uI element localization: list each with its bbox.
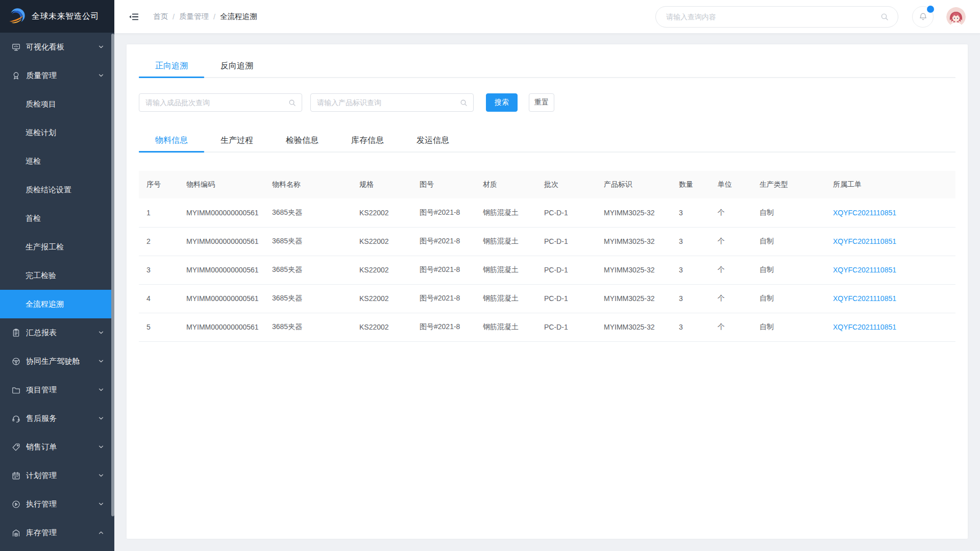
sidebar-subitem-巡检计划[interactable]: 巡检计划 (0, 118, 114, 147)
sidebar-subitem-首检[interactable]: 首检 (0, 204, 114, 233)
work-order-link[interactable]: XQYFC2021110851 (833, 323, 896, 331)
sidebar-item-计划管理[interactable]: 计划管理 (0, 461, 114, 490)
sidebar-item-售后服务[interactable]: 售后服务 (0, 404, 114, 433)
sidebar-subitem-label: 巡检 (26, 157, 41, 166)
table-cell: 3 (671, 198, 710, 227)
user-avatar[interactable] (946, 7, 966, 27)
table-cell: KS22002 (352, 284, 412, 313)
product-id-query-field (310, 93, 474, 112)
reset-button[interactable]: 重置 (529, 93, 554, 112)
sidebar-menu: 可视化看板质量管理质检项目巡检计划巡检质检结论设置首检生产报工检完工检验全流程追… (0, 33, 114, 547)
breadcrumb-link[interactable]: 质量管理 (179, 12, 209, 21)
global-search-input[interactable] (666, 13, 880, 21)
cockpit-icon (11, 357, 21, 366)
subtab-检验信息[interactable]: 检验信息 (270, 129, 335, 152)
column-header-序号: 序号 (139, 171, 179, 198)
sidebar-fold-icon[interactable] (128, 11, 139, 22)
sidebar-subitem-全流程追溯[interactable]: 全流程追溯 (0, 290, 114, 318)
work-order-link[interactable]: XQYFC2021110851 (833, 209, 896, 217)
logo-bar: 全球未来智造公司 (0, 0, 114, 33)
table-cell: 个 (710, 313, 752, 341)
table-cell: 3 (671, 284, 710, 313)
column-header-产品标识: 产品标识 (596, 171, 671, 198)
sidebar-subitem-label: 质检项目 (26, 99, 56, 109)
table-cell: 自制 (752, 313, 825, 341)
sidebar-item-汇总报表[interactable]: 汇总报表 (0, 318, 114, 347)
breadcrumb-current: 全流程追溯 (220, 12, 257, 21)
table-cell: MYIMM000000000561 (179, 313, 264, 341)
page-content: 正向追溯反向追溯 (114, 34, 980, 551)
product-id-query-input[interactable] (317, 98, 460, 107)
subtab-库存信息[interactable]: 库存信息 (335, 129, 400, 152)
table-cell: 3685夹器 (264, 256, 352, 284)
table-cell: 自制 (752, 198, 825, 227)
search-icon[interactable] (880, 13, 889, 21)
company-logo-icon (7, 7, 27, 26)
table-cell: 钢筋混凝土 (475, 256, 536, 284)
sidebar-subitem-生产报工检[interactable]: 生产报工检 (0, 233, 114, 261)
work-order-link[interactable]: XQYFC2021110851 (833, 294, 896, 303)
tab-正向追溯[interactable]: 正向追溯 (139, 55, 204, 77)
search-icon (288, 99, 296, 107)
chevron-down-icon (98, 330, 104, 336)
chevron-down-icon (98, 444, 104, 450)
cell-work-order: XQYFC2021110851 (825, 198, 955, 227)
table-cell: 图号#2021-8 (412, 198, 475, 227)
work-order-link[interactable]: XQYFC2021110851 (833, 266, 896, 274)
sidebar-subitem-质检项目[interactable]: 质检项目 (0, 90, 114, 118)
sidebar-item-质量管理[interactable]: 质量管理 (0, 61, 114, 90)
subtab-发运信息[interactable]: 发运信息 (400, 129, 465, 152)
chevron-down-icon (98, 72, 104, 79)
chevron-down-icon (98, 387, 104, 393)
sidebar-item-label: 库存管理 (26, 528, 98, 538)
column-header-物料名称: 物料名称 (264, 171, 352, 198)
subtab-物料信息[interactable]: 物料信息 (139, 129, 204, 152)
table-cell: PC-D-1 (536, 227, 596, 256)
work-order-link[interactable]: XQYFC2021110851 (833, 237, 896, 245)
subtab-生产过程[interactable]: 生产过程 (204, 129, 270, 152)
sidebar-item-项目管理[interactable]: 项目管理 (0, 375, 114, 404)
sidebar-item-销售订单[interactable]: 销售订单 (0, 433, 114, 461)
table-cell: 2 (139, 227, 179, 256)
sidebar-scrollbar[interactable] (111, 34, 114, 516)
table-cell: MYIMM000000000561 (179, 198, 264, 227)
sidebar-subitem-完工检验[interactable]: 完工检验 (0, 261, 114, 290)
column-header-数量: 数量 (671, 171, 710, 198)
sidebar-item-协同生产驾驶舱[interactable]: 协同生产驾驶舱 (0, 347, 114, 375)
table-cell: 自制 (752, 256, 825, 284)
quality-icon (11, 71, 21, 81)
info-section-tabs: 物料信息生产过程检验信息库存信息发运信息 (139, 129, 955, 153)
dashboard-icon (11, 42, 21, 52)
sidebar-subitem-巡检[interactable]: 巡检 (0, 147, 114, 176)
notification-dot (927, 6, 934, 13)
table-cell: 3 (671, 227, 710, 256)
table-cell: PC-D-1 (536, 198, 596, 227)
material-info-table: 序号物料编码物料名称规格图号材质批次产品标识数量单位生产类型所属工单 1MYIM… (139, 171, 955, 342)
table-cell: 个 (710, 256, 752, 284)
batch-query-input[interactable] (145, 98, 288, 107)
table-cell: MYIMM000000000561 (179, 227, 264, 256)
table-cell: 3685夹器 (264, 227, 352, 256)
sidebar-subitem-label: 生产报工检 (26, 242, 64, 252)
table-row: 4MYIMM0000000005613685夹器KS22002图号#2021-8… (139, 284, 955, 313)
table-cell: KS22002 (352, 227, 412, 256)
sidebar-item-可视化看板[interactable]: 可视化看板 (0, 33, 114, 61)
search-button[interactable]: 搜索 (486, 93, 518, 112)
sidebar-subitem-质检结论设置[interactable]: 质检结论设置 (0, 176, 114, 204)
global-search (655, 6, 898, 28)
sidebar-item-label: 计划管理 (26, 471, 98, 481)
report-icon (11, 328, 21, 338)
trace-card: 正向追溯反向追溯 (127, 44, 968, 539)
table-cell: MYIMM3025-32 (596, 256, 671, 284)
table-body: 1MYIMM0000000005613685夹器KS22002图号#2021-8… (139, 198, 955, 341)
table-cell: 钢筋混凝土 (475, 227, 536, 256)
sidebar-item-库存管理[interactable]: 库存管理 (0, 518, 114, 547)
sidebar-item-执行管理[interactable]: 执行管理 (0, 490, 114, 518)
table-cell: KS22002 (352, 198, 412, 227)
notification-button[interactable] (912, 6, 934, 28)
tab-反向追溯[interactable]: 反向追溯 (204, 55, 270, 77)
cell-work-order: XQYFC2021110851 (825, 227, 955, 256)
breadcrumb-link[interactable]: 首页 (153, 12, 168, 21)
sidebar-item-label: 项目管理 (26, 385, 98, 395)
cell-work-order: XQYFC2021110851 (825, 256, 955, 284)
